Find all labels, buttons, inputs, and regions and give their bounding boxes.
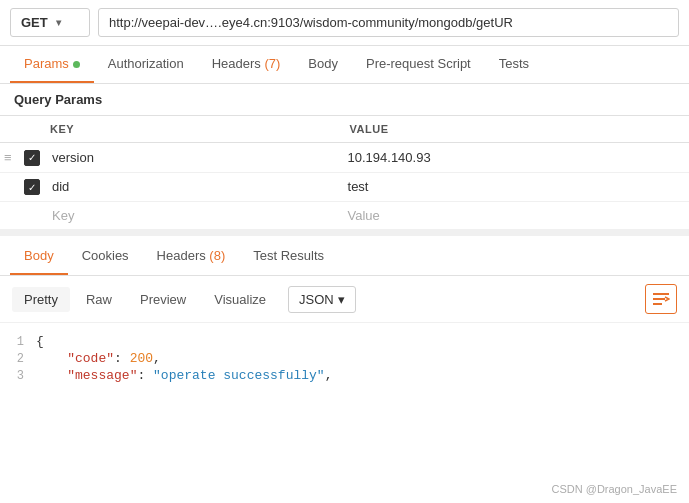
format-label: JSON bbox=[299, 292, 334, 307]
tab-tests[interactable]: Tests bbox=[485, 46, 543, 83]
top-tabs: Params Authorization Headers (7) Body Pr… bbox=[0, 46, 689, 84]
checkbox-cell[interactable] bbox=[20, 143, 44, 173]
method-label: GET bbox=[21, 15, 48, 30]
row1-key[interactable]: version bbox=[44, 143, 340, 173]
bottom-tab-cookies-label: Cookies bbox=[82, 248, 129, 263]
tab-prerequest[interactable]: Pre-request Script bbox=[352, 46, 485, 83]
table-row: ≡ version 10.194.140.93 bbox=[0, 143, 689, 173]
json-key-3: "message" bbox=[67, 368, 137, 383]
row3-key-placeholder[interactable]: Key bbox=[44, 202, 340, 230]
url-input[interactable] bbox=[98, 8, 679, 37]
drag-handle bbox=[0, 202, 20, 230]
headers-count: (7) bbox=[264, 56, 280, 71]
table-row: Key Value bbox=[0, 202, 689, 230]
col-cb bbox=[20, 116, 44, 143]
tab-authorization[interactable]: Authorization bbox=[94, 46, 198, 83]
row2-value[interactable]: test bbox=[340, 172, 689, 202]
json-key-2: "code" bbox=[67, 351, 114, 366]
json-sep-3: : bbox=[137, 368, 153, 383]
tab-authorization-label: Authorization bbox=[108, 56, 184, 71]
code-line-3: 3 "message": "operate successfully", bbox=[0, 367, 689, 384]
checkbox-cell[interactable] bbox=[20, 172, 44, 202]
col-key-header: KEY bbox=[44, 116, 340, 143]
drag-handle[interactable] bbox=[0, 172, 20, 202]
visualize-button[interactable]: Visualize bbox=[202, 287, 278, 312]
json-val-2: 200 bbox=[130, 351, 153, 366]
row3-value-placeholder[interactable]: Value bbox=[340, 202, 689, 230]
method-select[interactable]: GET ▾ bbox=[10, 8, 90, 37]
section-divider bbox=[0, 230, 689, 236]
bottom-tab-cookies[interactable]: Cookies bbox=[68, 238, 143, 275]
json-comma-3: , bbox=[325, 368, 333, 383]
watermark: CSDN @Dragon_JavaEE bbox=[552, 483, 678, 495]
wrap-icon[interactable] bbox=[645, 284, 677, 314]
checkbox-cell bbox=[20, 202, 44, 230]
query-params-header: Query Params bbox=[0, 84, 689, 116]
row1-value[interactable]: 10.194.140.93 bbox=[340, 143, 689, 173]
bottom-tab-testresults[interactable]: Test Results bbox=[239, 238, 338, 275]
tab-tests-label: Tests bbox=[499, 56, 529, 71]
line-content-2: "code": 200, bbox=[36, 351, 161, 366]
params-table: KEY VALUE ≡ version 10.194.140.93 did bbox=[0, 116, 689, 230]
bottom-tab-body[interactable]: Body bbox=[10, 238, 68, 275]
format-chevron: ▾ bbox=[338, 292, 345, 307]
drag-handle[interactable]: ≡ bbox=[0, 143, 20, 173]
wrap-svg bbox=[652, 291, 670, 307]
json-comma-2: , bbox=[153, 351, 161, 366]
preview-button[interactable]: Preview bbox=[128, 287, 198, 312]
pretty-button[interactable]: Pretty bbox=[12, 287, 70, 312]
bottom-tab-body-label: Body bbox=[24, 248, 54, 263]
request-bar: GET ▾ bbox=[0, 0, 689, 46]
row1-checkbox[interactable] bbox=[24, 150, 40, 166]
params-dot bbox=[73, 61, 80, 68]
tab-body[interactable]: Body bbox=[294, 46, 352, 83]
col-drag bbox=[0, 116, 20, 143]
code-line-2: 2 "code": 200, bbox=[0, 350, 689, 367]
tab-params[interactable]: Params bbox=[10, 46, 94, 83]
row2-checkbox[interactable] bbox=[24, 179, 40, 195]
code-line-1: 1 { bbox=[0, 333, 689, 350]
json-val-3: "operate successfully" bbox=[153, 368, 325, 383]
tab-params-label: Params bbox=[24, 56, 69, 71]
line-num-2: 2 bbox=[0, 352, 36, 366]
line-content-1: { bbox=[36, 334, 44, 349]
line-content-3: "message": "operate successfully", bbox=[36, 368, 333, 383]
line-num-3: 3 bbox=[0, 369, 36, 383]
bottom-headers-count: (8) bbox=[209, 248, 225, 263]
tab-body-label: Body bbox=[308, 56, 338, 71]
bottom-tabs: Body Cookies Headers (8) Test Results bbox=[0, 238, 689, 276]
line-num-1: 1 bbox=[0, 335, 36, 349]
tab-headers[interactable]: Headers (7) bbox=[198, 46, 295, 83]
row2-key[interactable]: did bbox=[44, 172, 340, 202]
json-sep-2: : bbox=[114, 351, 130, 366]
bottom-tab-headers-label: Headers bbox=[157, 248, 210, 263]
method-chevron: ▾ bbox=[56, 17, 61, 28]
tab-prerequest-label: Pre-request Script bbox=[366, 56, 471, 71]
tab-headers-label: Headers bbox=[212, 56, 265, 71]
table-row: did test bbox=[0, 172, 689, 202]
col-value-header: VALUE bbox=[340, 116, 689, 143]
bottom-tab-headers[interactable]: Headers (8) bbox=[143, 238, 240, 275]
bottom-tab-testresults-label: Test Results bbox=[253, 248, 324, 263]
response-toolbar: Pretty Raw Preview Visualize JSON ▾ bbox=[0, 276, 689, 323]
code-area: 1 { 2 "code": 200, 3 "message": "operate… bbox=[0, 323, 689, 394]
raw-button[interactable]: Raw bbox=[74, 287, 124, 312]
format-select[interactable]: JSON ▾ bbox=[288, 286, 356, 313]
